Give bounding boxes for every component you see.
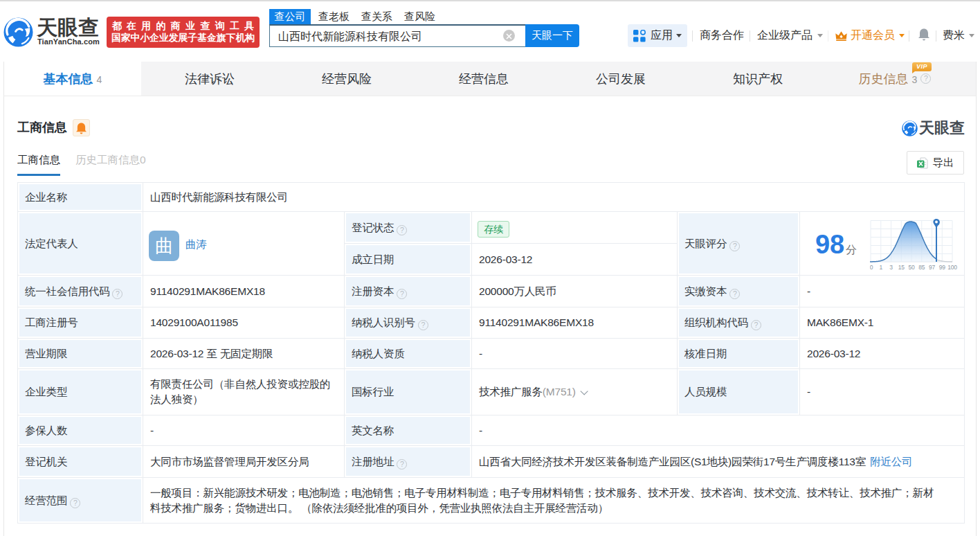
svg-text:3: 3 [889, 264, 893, 271]
svg-text:50: 50 [908, 264, 915, 271]
svg-text:97: 97 [929, 264, 936, 271]
svg-text:1: 1 [879, 264, 882, 271]
svg-text:100: 100 [947, 264, 957, 271]
svg-text:99: 99 [939, 264, 946, 271]
svg-text:0: 0 [870, 264, 873, 271]
svg-text:85: 85 [918, 264, 925, 271]
svg-text:15: 15 [898, 264, 905, 271]
